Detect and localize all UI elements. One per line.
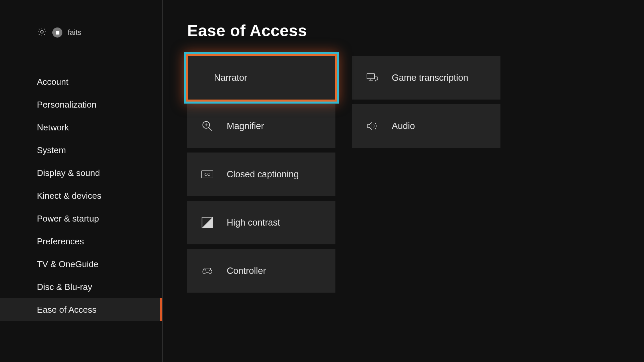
controller-icon xyxy=(201,265,214,277)
tile-label: Narrator xyxy=(214,73,247,83)
high-contrast-icon xyxy=(201,217,214,229)
closed-captioning-icon: CC xyxy=(201,168,214,180)
sidebar-item-label: Disc & Blu-ray xyxy=(37,282,92,292)
sidebar-item-tv-oneguide[interactable]: TV & OneGuide xyxy=(0,253,162,276)
tile-label: Magnifier xyxy=(227,121,264,131)
magnifier-icon xyxy=(201,120,214,132)
sidebar-item-label: Preferences xyxy=(37,236,84,247)
tile-magnifier[interactable]: Magnifier xyxy=(187,104,335,148)
tile-column-1: Narrator Magnifier CC Closed captioning xyxy=(187,56,339,293)
svg-point-11 xyxy=(209,270,210,271)
sidebar: faits Account Personalization Network Sy… xyxy=(0,0,163,362)
sidebar-item-ease-of-access[interactable]: Ease of Access xyxy=(0,298,162,321)
svg-text:CC: CC xyxy=(205,173,210,177)
tile-label: Game transcription xyxy=(392,73,468,83)
sidebar-item-label: Network xyxy=(37,122,69,133)
sidebar-header: faits xyxy=(0,27,162,38)
sidebar-item-label: Kinect & devices xyxy=(37,191,101,201)
audio-icon xyxy=(366,120,379,132)
sidebar-item-label: Account xyxy=(37,77,68,87)
tile-audio[interactable]: Audio xyxy=(352,104,500,148)
svg-rect-15 xyxy=(367,74,375,79)
sidebar-item-label: TV & OneGuide xyxy=(37,259,99,269)
avatar[interactable] xyxy=(52,27,62,38)
sidebar-item-power-startup[interactable]: Power & startup xyxy=(0,207,162,230)
sidebar-item-personalization[interactable]: Personalization xyxy=(0,93,162,116)
svg-line-5 xyxy=(209,128,212,131)
tile-column-2: Game transcription Audio xyxy=(352,56,500,293)
gear-icon xyxy=(37,27,47,38)
sidebar-item-network[interactable]: Network xyxy=(0,116,162,139)
svg-point-12 xyxy=(210,269,211,270)
sidebar-item-kinect-devices[interactable]: Kinect & devices xyxy=(0,184,162,207)
game-transcription-icon xyxy=(366,72,379,84)
sidebar-item-display-sound[interactable]: Display & sound xyxy=(0,162,162,184)
profile-name: faits xyxy=(68,28,81,37)
sidebar-item-label: Ease of Access xyxy=(37,305,97,315)
svg-point-0 xyxy=(41,31,43,33)
page-title: Ease of Access xyxy=(187,21,644,40)
tile-label: Controller xyxy=(227,266,266,276)
sidebar-item-label: Display & sound xyxy=(37,168,100,178)
tile-label: High contrast xyxy=(227,218,280,228)
tile-controller[interactable]: Controller xyxy=(187,249,335,293)
tile-high-contrast[interactable]: High contrast xyxy=(187,201,335,244)
tile-label: Closed captioning xyxy=(227,169,299,180)
tile-closed-captioning[interactable]: CC Closed captioning xyxy=(187,153,335,196)
main-content: Ease of Access Narrator xyxy=(163,0,644,362)
sidebar-item-disc-bluray[interactable]: Disc & Blu-ray xyxy=(0,276,162,298)
sidebar-item-preferences[interactable]: Preferences xyxy=(0,230,162,253)
settings-app: faits Account Personalization Network Sy… xyxy=(0,0,644,362)
sidebar-item-label: Power & startup xyxy=(37,214,99,224)
tile-game-transcription[interactable]: Game transcription xyxy=(352,56,500,100)
sidebar-item-label: Personalization xyxy=(37,100,97,110)
sidebar-item-system[interactable]: System xyxy=(0,139,162,162)
tile-grid: Narrator Magnifier CC Closed captioning xyxy=(187,56,644,293)
tile-label: Audio xyxy=(392,121,415,131)
sidebar-item-label: System xyxy=(37,145,66,156)
tile-narrator[interactable]: Narrator xyxy=(184,52,339,104)
sidebar-nav: Account Personalization Network System D… xyxy=(0,70,162,321)
sidebar-item-account[interactable]: Account xyxy=(0,70,162,93)
